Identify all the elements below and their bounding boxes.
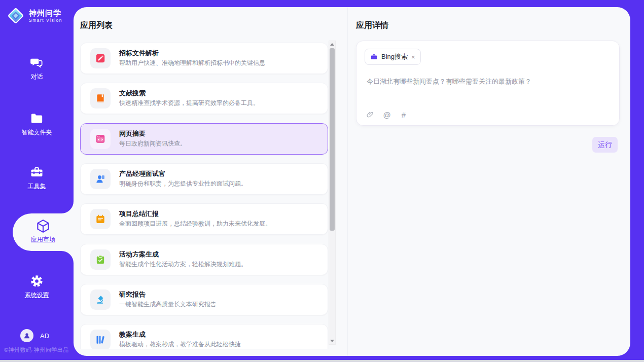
app-card[interactable]: 招标文件解析 帮助用户快速、准确地理解和解析招标书中的关键信息 — [80, 43, 328, 74]
tab-notch-bottom — [61, 251, 74, 263]
books-icon — [90, 330, 111, 349]
tab-notch-top — [61, 201, 74, 213]
question-input[interactable]: 今日湖北有哪些新闻要点？有哪些需要关注的最新政策？ — [367, 77, 609, 87]
folder-icon — [30, 112, 44, 125]
book-icon — [90, 88, 111, 108]
brand-subtitle: Smart Vision — [29, 18, 62, 23]
app-card-desc: 每日政府新闻资讯快查。 — [119, 139, 186, 148]
paperclip-icon[interactable] — [366, 110, 375, 119]
app-card-desc: 一键智能生成高质量长文本研究报告 — [119, 300, 217, 309]
sidebar: 神州问学 Smart Vision 对话智能文件夹工具集系统设置 应用市场 AD… — [0, 0, 74, 362]
app-card-title: 研究报告 — [119, 290, 146, 299]
close-icon[interactable]: × — [411, 54, 415, 60]
app-card-title: 招标文件解析 — [119, 49, 159, 58]
app-card-title: 产品经理面试官 — [119, 169, 165, 178]
app-card-title: 文献搜索 — [119, 89, 146, 98]
app-card-desc: 智能生成个性化活动方案，轻松解决规划难题。 — [119, 260, 247, 269]
app-list: 招标文件解析 帮助用户快速、准确地理解和解析招标书中的关键信息 文献搜索 快速精… — [80, 43, 329, 349]
avatar — [20, 329, 33, 342]
clipboard-check-icon — [90, 249, 111, 270]
app-card-title: 网页摘要 — [119, 129, 146, 138]
interviewer-icon — [90, 169, 111, 189]
gear-icon — [30, 274, 44, 288]
brand-diamond-icon — [6, 6, 25, 25]
app-window: 神州问学 Smart Vision 对话智能文件夹工具集系统设置 应用市场 AD… — [0, 0, 644, 362]
app-card-title: 项目总结汇报 — [119, 209, 159, 219]
input-toolbar: @ # — [366, 110, 408, 119]
app-detail-title: 应用详情 — [356, 20, 388, 31]
app-card-title: 教案生成 — [119, 330, 146, 339]
sidebar-item[interactable]: 系统设置 — [0, 274, 74, 300]
app-detail-card: Bing搜索 × 今日湖北有哪些新闻要点？有哪些需要关注的最新政策？ @ # — [356, 41, 620, 126]
app-card[interactable]: 活动方案生成 智能生成个性化活动方案，轻松解决规划难题。 — [80, 244, 328, 275]
cube-icon — [35, 219, 51, 234]
app-card-desc: 快速精准查找学术资源，提高研究效率的必备工具。 — [119, 99, 259, 107]
sidebar-item-label: 应用市场 — [13, 235, 74, 244]
chat-icon — [30, 56, 44, 69]
hashtag-icon[interactable]: # — [399, 110, 408, 119]
sidebar-item-label: 工具集 — [0, 182, 74, 191]
app-list-title: 应用列表 — [80, 20, 113, 31]
app-card[interactable]: 文献搜索 快速精准查找学术资源，提高研究效率的必备工具。 — [80, 83, 328, 114]
sidebar-item[interactable]: 对话 — [0, 56, 74, 81]
app-card[interactable]: 产品经理面试官 明确身份和职责，为您提供专业性的面试问题。 — [80, 163, 328, 195]
app-card-desc: 明确身份和职责，为您提供专业性的面试问题。 — [119, 179, 247, 188]
sidebar-item-label: 系统设置 — [0, 291, 74, 300]
webpage-code-icon — [90, 129, 111, 149]
toolbox-icon — [30, 165, 44, 179]
app-card-desc: 帮助用户快速、准确地理解和解析招标书中的关键信息 — [119, 59, 265, 67]
app-list-scrollbar[interactable] — [329, 41, 336, 345]
brand-name: 神州问学 — [29, 9, 61, 17]
sidebar-item-label: 智能文件夹 — [0, 128, 74, 137]
app-card[interactable]: 项目总结汇报 全面回顾项目进展，总结经验教训，助力未来优化发展。 — [80, 203, 328, 235]
app-card-title: 活动方案生成 — [119, 250, 159, 259]
panel-divider — [347, 7, 348, 356]
app-card-desc: 模板驱动，教案秒成，教学准备从此轻松快捷 — [119, 340, 241, 349]
calendar-report-icon — [90, 209, 111, 229]
app-card[interactable]: 教案生成 模板驱动，教案秒成，教学准备从此轻松快捷 — [80, 324, 328, 349]
app-card-desc: 全面回顾项目进展，总结经验教训，助力未来优化发展。 — [119, 220, 271, 228]
bottom-edge — [0, 360, 644, 362]
main-panel: 应用列表 应用详情 招标文件解析 帮助用户快速、准确地理解和解析招标书中的关键信… — [74, 7, 630, 356]
research-icon — [90, 289, 111, 310]
sidebar-item-label: 对话 — [0, 73, 74, 81]
scroll-down-icon[interactable] — [329, 338, 335, 344]
mention-icon[interactable]: @ — [382, 110, 391, 119]
sidebar-item-app-market[interactable]: 应用市场 — [13, 213, 74, 251]
sidebar-item[interactable]: 工具集 — [0, 165, 74, 191]
sidebar-item[interactable]: 智能文件夹 — [0, 112, 74, 137]
copyright-footer: ©神州数码·神州问学出品 — [4, 346, 74, 354]
edit-square-icon — [90, 48, 111, 68]
app-card[interactable]: 网页摘要 每日政府新闻资讯快查。 — [80, 123, 328, 155]
run-button[interactable]: 运行 — [592, 137, 618, 153]
brand-logo-block: 神州问学 Smart Vision — [6, 6, 62, 25]
scrollbar-thumb[interactable] — [330, 48, 335, 231]
app-card[interactable]: 研究报告 一键智能生成高质量长文本研究报告 — [80, 284, 328, 315]
tool-tag-bing-search[interactable]: Bing搜索 × — [365, 49, 421, 65]
tool-tag-label: Bing搜索 — [381, 52, 408, 61]
user-name: AD — [40, 332, 49, 340]
scroll-up-icon[interactable] — [329, 41, 335, 48]
user-account[interactable]: AD — [20, 329, 49, 342]
briefcase-icon — [370, 53, 378, 61]
